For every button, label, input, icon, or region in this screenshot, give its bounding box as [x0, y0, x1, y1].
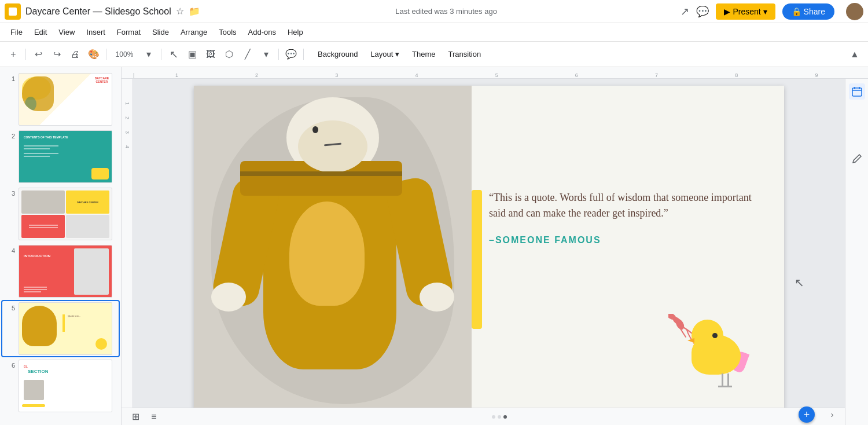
zoom-dropdown[interactable]: ▾	[140, 46, 157, 63]
menu-arrange[interactable]: Arrange	[175, 25, 213, 39]
slide-item-3[interactable]: 3 DAYCARE CENTER	[2, 186, 119, 241]
sep2	[106, 49, 106, 60]
yellow-accent-bar	[472, 190, 482, 329]
main-layout: 1 DAYCARECENTER 2 CONTENTS OF THIS TEMPL…	[0, 67, 868, 425]
slide-thumb-3: DAYCARE CENTER	[19, 188, 112, 240]
star-icon[interactable]: ☆	[176, 6, 184, 17]
add-slide-button[interactable]: +	[799, 406, 815, 423]
monkey-photo[interactable]	[194, 86, 472, 418]
menu-bar: File Edit View Insert Format Slide Arran…	[0, 23, 868, 42]
sep3	[161, 49, 161, 60]
add-button[interactable]: +	[5, 46, 22, 63]
menu-view[interactable]: View	[53, 25, 80, 39]
menu-insert[interactable]: Insert	[80, 25, 111, 39]
menu-help[interactable]: Help	[282, 25, 309, 39]
present-button[interactable]: ▶ Present ▾	[716, 3, 775, 20]
transition-button[interactable]: Transition	[443, 47, 487, 61]
zoom-button[interactable]: 100%	[110, 46, 139, 63]
select-tool[interactable]: ↖	[165, 46, 182, 63]
comment-icon[interactable]: 💬	[696, 5, 709, 18]
slides-panel: 1 DAYCARECENTER 2 CONTENTS OF THIS TEMPL…	[0, 67, 122, 425]
slide-item-1[interactable]: 1 DAYCARECENTER	[2, 72, 119, 127]
present-dropdown-icon: ▾	[763, 7, 767, 16]
list-view-button[interactable]: ≡	[147, 410, 161, 424]
slide-thumb-5: Quote text...	[19, 302, 112, 355]
quote-section: “This is a quote. Words full of wisdom t…	[489, 190, 755, 246]
menu-format[interactable]: Format	[111, 25, 146, 39]
folder-icon[interactable]: 📁	[189, 6, 200, 17]
slide-background: “This is a quote. Words full of wisdom t…	[194, 86, 784, 418]
frame-tool[interactable]: ▣	[183, 46, 201, 63]
slide-progress-dots	[492, 415, 507, 419]
menu-file[interactable]: File	[5, 25, 28, 39]
sep4	[278, 49, 279, 60]
svg-rect-3	[852, 88, 862, 96]
view-controls: ⊞ ≡	[128, 410, 161, 424]
slide-thumb-1: DAYCARECENTER	[19, 73, 112, 126]
slide-number-2: 2	[5, 130, 15, 140]
layout-button[interactable]: Layout ▾	[365, 47, 405, 61]
menu-tools[interactable]: Tools	[213, 25, 242, 39]
last-edit-label: Last edited was 3 minutes ago	[395, 7, 497, 16]
horizontal-ruler: | 1 2 3 4 5 6 7 8 9	[122, 67, 868, 79]
slide-number-6: 6	[5, 360, 15, 369]
menu-edit[interactable]: Edit	[28, 25, 53, 39]
image-tool[interactable]: 🖼	[202, 46, 219, 63]
menu-addons[interactable]: Add-ons	[242, 25, 282, 39]
toolbar-collapse-button[interactable]: ▲	[846, 46, 863, 63]
layout-dropdown-icon: ▾	[395, 50, 399, 58]
right-sidebar	[845, 79, 868, 425]
theme-button[interactable]: Theme	[406, 47, 441, 61]
slide-dot-3	[503, 415, 507, 419]
toolbar-right: Background Layout ▾ Theme Transition	[312, 47, 487, 61]
document-title: Daycare Center — Slidesgo School	[25, 6, 171, 17]
avatar[interactable]	[846, 3, 863, 20]
sidebar-calendar-icon[interactable]	[849, 83, 865, 100]
slide-number-4: 4	[5, 245, 15, 254]
present-icon: ▶	[724, 7, 730, 16]
slide-thumb-6: 01. SECTION	[19, 360, 112, 412]
slide-item-5[interactable]: 5 Quote text...	[2, 301, 119, 356]
title-icons: ☆ 📁	[176, 6, 200, 17]
vertical-ruler: 1 2 3 4	[122, 79, 133, 425]
slide-number-3: 3	[5, 188, 15, 197]
title-bar: Daycare Center — Slidesgo School ☆ 📁 Las…	[0, 0, 868, 23]
slide-dot-1	[492, 415, 495, 419]
toolbar: + ↩ ↪ 🖨 🎨 100% ▾ ↖ ▣ 🖼 ⬡ ╱ ▾ 💬 Backgroun…	[0, 42, 868, 67]
line-tool[interactable]: ╱	[239, 46, 256, 63]
grid-view-button[interactable]: ⊞	[128, 410, 142, 424]
slide-number-1: 1	[5, 73, 15, 82]
expand-button[interactable]: ›	[824, 406, 840, 423]
more-tools[interactable]: ▾	[258, 46, 275, 63]
slide-item-4[interactable]: 4 INTRODUCTION	[2, 244, 119, 299]
cursor-indicator: ↖	[795, 276, 804, 290]
slide-canvas[interactable]: “This is a quote. Words full of wisdom t…	[194, 86, 784, 418]
slide-dot-2	[498, 415, 501, 419]
print-button[interactable]: 🖨	[67, 46, 84, 63]
undo-button[interactable]: ↩	[30, 46, 47, 63]
add-comment-button[interactable]: 💬	[282, 46, 300, 63]
share-button[interactable]: 🔒 Share	[782, 3, 834, 20]
sidebar-pencil-icon[interactable]	[849, 151, 865, 167]
app-icon	[5, 3, 21, 20]
paint-format-button[interactable]: 🎨	[85, 46, 102, 63]
sep5	[303, 49, 304, 60]
bird-illustration	[668, 320, 749, 389]
quote-author: –SOMEONE FAMOUS	[489, 235, 755, 246]
canvas-area-wrapper: | 1 2 3 4 5 6 7 8 9 1 2 3 4	[122, 67, 868, 425]
background-button[interactable]: Background	[312, 47, 363, 61]
bottom-bar: ⊞ ≡ + ›	[122, 408, 845, 425]
canvas-area[interactable]: “This is a quote. Words full of wisdom t…	[133, 79, 845, 425]
shape-tool[interactable]: ⬡	[220, 46, 238, 63]
slide-thumb-2: CONTENTS OF THIS TEMPLATE	[19, 130, 112, 183]
slide-number-5: 5	[5, 302, 15, 312]
menu-slide[interactable]: Slide	[146, 25, 175, 39]
redo-button[interactable]: ↪	[48, 46, 65, 63]
sep1	[25, 49, 26, 60]
slide-item-6[interactable]: 6 01. SECTION	[2, 358, 119, 413]
trend-icon[interactable]: ↗	[681, 5, 689, 18]
slide-thumb-4: INTRODUCTION	[19, 245, 112, 298]
quote-text: “This is a quote. Words full of wisdom t…	[489, 190, 755, 221]
slide-item-2[interactable]: 2 CONTENTS OF THIS TEMPLATE	[2, 129, 119, 184]
